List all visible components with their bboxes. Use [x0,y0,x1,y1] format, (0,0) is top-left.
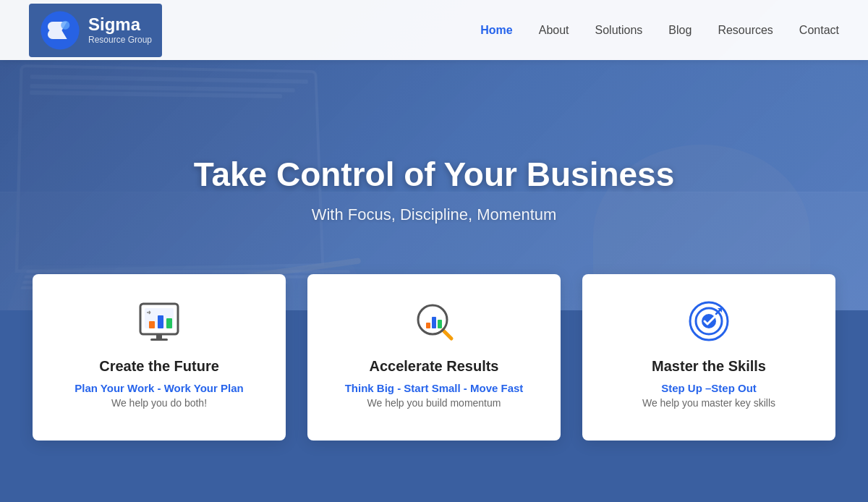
svg-rect-6 [166,318,172,328]
svg-point-1 [61,20,69,29]
nav-resources[interactable]: Resources [718,24,773,37]
logo-text: Sigma Resource Group [88,15,152,44]
cards-section: Create the Future Plan Your Work - Work … [0,310,868,502]
target-check-icon [684,297,733,346]
nav-solutions[interactable]: Solutions [595,24,643,37]
card-accelerate-results: Accelerate Results Think Big - Start Sma… [307,274,561,441]
nav-blog[interactable]: Blog [668,24,692,37]
card-3-link[interactable]: Step Up –Step Out [661,382,757,394]
card-2-title: Accelerate Results [370,358,499,375]
svg-line-9 [443,330,451,339]
card-3-desc: We help you master key skills [642,397,775,409]
nav-home[interactable]: Home [480,24,512,37]
svg-rect-7 [156,334,162,339]
brand-name: Sigma [88,15,152,34]
brand-subtitle: Resource Group [88,35,152,45]
logo-area: Sigma Resource Group [29,4,162,57]
hero-subtitle: With Focus, Discipline, Momentum [312,205,557,224]
card-1-title: Create the Future [99,358,219,375]
svg-rect-8 [150,339,168,341]
magnify-chart-icon [409,297,459,346]
card-1-desc: We help you do both! [111,397,207,409]
card-create-future: Create the Future Plan Your Work - Work … [33,274,286,441]
chart-board-icon [135,297,184,346]
card-2-link[interactable]: Think Big - Start Small - Move Fast [345,382,524,394]
card-icon-1 [134,296,184,346]
card-icon-2 [409,296,459,346]
card-3-title: Master the Skills [652,358,766,375]
card-master-skills: Master the Skills Step Up –Step Out We h… [582,274,835,441]
main-nav: Home About Solutions Blog Resources Cont… [480,24,839,37]
nav-contact[interactable]: Contact [799,24,839,37]
svg-rect-4 [149,321,155,328]
card-1-link[interactable]: Plan Your Work - Work Your Plan [75,382,243,394]
site-header: Sigma Resource Group Home About Solution… [0,0,868,60]
card-2-desc: We help you build momentum [367,397,501,409]
card-icon-3 [684,296,734,346]
svg-rect-5 [158,315,163,328]
svg-rect-14 [438,320,442,328]
svg-rect-13 [432,317,436,328]
nav-about[interactable]: About [539,24,569,37]
svg-rect-12 [426,323,430,328]
sigma-logo-icon [39,9,81,51]
hero-title: Take Control of Your Business [194,156,675,194]
